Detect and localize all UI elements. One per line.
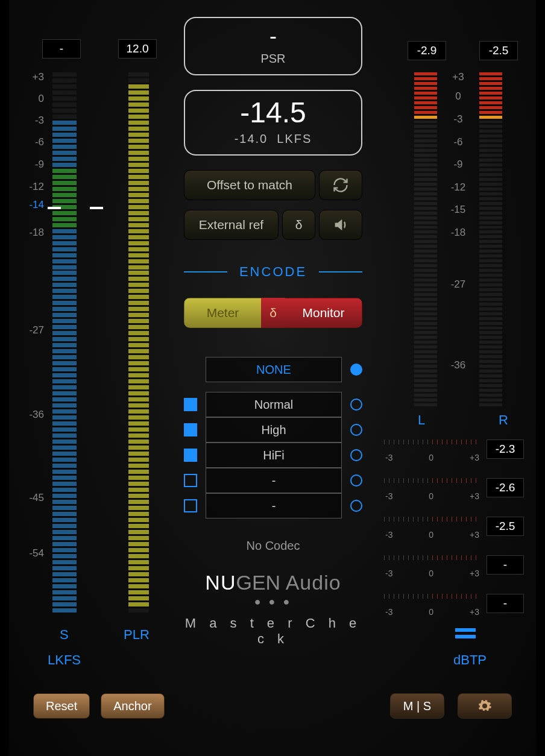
codec-none[interactable]: NONE bbox=[206, 357, 342, 382]
mini-meter-0: -30+3 bbox=[384, 436, 480, 462]
scale-tick: 0 bbox=[446, 90, 470, 102]
mini-value-1[interactable]: -2.6 bbox=[487, 478, 524, 497]
mini-meter-4: -30+3 bbox=[384, 590, 480, 617]
codec-slot-2[interactable]: HiFi bbox=[206, 443, 342, 468]
monitor-audio-button[interactable] bbox=[319, 210, 362, 240]
scale-tick: -45 bbox=[20, 492, 44, 504]
ms-button[interactable]: M | S bbox=[390, 693, 444, 719]
refresh-icon bbox=[332, 177, 349, 194]
svg-rect-1 bbox=[455, 635, 476, 638]
s-label: S bbox=[60, 627, 69, 643]
mini-value-3[interactable]: - bbox=[487, 555, 524, 575]
scale-tick: -36 bbox=[20, 409, 44, 421]
lkfs-value: -14.5 bbox=[185, 97, 361, 128]
dbtp-l-readout[interactable]: -2.9 bbox=[408, 41, 446, 60]
product-name: M a s t e r C h e c k bbox=[184, 616, 362, 647]
codec-slot-4[interactable]: - bbox=[206, 493, 342, 518]
r-label: R bbox=[499, 412, 508, 428]
mini-value-2[interactable]: -2.5 bbox=[487, 517, 524, 536]
dbtp-r-readout[interactable]: -2.5 bbox=[479, 41, 518, 60]
scale-tick: -18 bbox=[20, 227, 44, 239]
codec-select-3[interactable] bbox=[350, 474, 362, 487]
s-meter bbox=[52, 71, 77, 614]
codec-select-4[interactable] bbox=[350, 500, 362, 512]
scale-tick: +3 bbox=[20, 71, 44, 83]
target-marker bbox=[48, 207, 103, 209]
scale-tick: -6 bbox=[446, 136, 470, 148]
mini-meter-1: -30+3 bbox=[384, 474, 480, 501]
dbtp-meter-l bbox=[414, 71, 437, 406]
scale-tick: -15 bbox=[446, 204, 470, 216]
settings-button[interactable] bbox=[458, 693, 512, 719]
anchor-button[interactable]: Anchor bbox=[101, 693, 164, 719]
scale-tick: -18 bbox=[446, 227, 470, 239]
scale-tick: -27 bbox=[20, 324, 44, 336]
scale-tick: -12 bbox=[20, 181, 44, 193]
scale-tick: -27 bbox=[446, 279, 470, 291]
dbtp-meter-r bbox=[479, 71, 502, 406]
codec-enable-1[interactable] bbox=[184, 423, 197, 436]
scale-tick: -3 bbox=[20, 115, 44, 127]
mini-meter-3: -30+3 bbox=[384, 552, 480, 578]
encode-header: ENCODE bbox=[184, 264, 362, 280]
scale-tick: -3 bbox=[446, 113, 470, 125]
psr-value: - bbox=[185, 24, 361, 48]
lkfs-scale: +30-3-6-9-12-14-18-27-36-45-54 bbox=[20, 71, 46, 614]
codec-status: No Codec bbox=[184, 539, 362, 553]
scale-tick: -9 bbox=[20, 159, 44, 171]
svg-rect-0 bbox=[455, 628, 476, 632]
reset-button[interactable]: Reset bbox=[33, 693, 90, 719]
scale-tick: -36 bbox=[446, 359, 470, 371]
encode-delta-toggle[interactable]: δ bbox=[261, 298, 285, 328]
encode-meter-toggle[interactable]: Meter bbox=[184, 298, 261, 328]
codec-select-1[interactable] bbox=[350, 424, 362, 436]
codec-enable-3[interactable] bbox=[184, 474, 197, 487]
codec-enable-2[interactable] bbox=[184, 449, 197, 462]
l-label: L bbox=[418, 412, 425, 428]
scale-tick: 0 bbox=[20, 93, 44, 105]
scale-tick: -6 bbox=[20, 136, 44, 148]
codec-none-radio[interactable] bbox=[350, 364, 362, 376]
plr-label: PLR bbox=[124, 627, 150, 643]
delta-button[interactable]: δ bbox=[282, 210, 315, 240]
codec-slot-3[interactable]: - bbox=[206, 468, 342, 493]
lkfs-label: LKFS bbox=[48, 652, 81, 668]
mini-meter-2: -30+3 bbox=[384, 513, 480, 540]
psr-box[interactable]: - PSR bbox=[184, 17, 362, 75]
dbtp-unit-label: dBTP bbox=[453, 652, 487, 668]
gear-icon bbox=[477, 699, 492, 713]
speaker-icon bbox=[332, 216, 349, 233]
codec-enable-4[interactable] bbox=[184, 499, 197, 512]
page-dots[interactable]: ● ● ● bbox=[184, 596, 362, 608]
lkfs-sublabel: -14.0 LKFS bbox=[185, 132, 361, 146]
plr-readout[interactable]: 12.0 bbox=[118, 39, 157, 58]
refresh-button[interactable] bbox=[319, 170, 362, 200]
codec-select-2[interactable] bbox=[350, 449, 362, 461]
codec-enable-0[interactable] bbox=[184, 398, 197, 411]
external-ref-button[interactable]: External ref bbox=[184, 210, 279, 240]
psr-sublabel: PSR bbox=[185, 52, 361, 66]
plr-meter bbox=[128, 71, 149, 614]
scale-tick: -14 bbox=[20, 199, 44, 211]
codec-slot-0[interactable]: Normal bbox=[206, 392, 342, 417]
mini-value-4[interactable]: - bbox=[487, 594, 524, 613]
offset-to-match-button[interactable]: Offset to match bbox=[184, 170, 315, 200]
brand: NUGEN Audio ● ● ● M a s t e r C h e c k bbox=[184, 571, 362, 647]
codec-slot-1[interactable]: High bbox=[206, 417, 342, 443]
link-channels-icon[interactable] bbox=[455, 627, 476, 643]
scale-tick: -54 bbox=[20, 547, 44, 559]
scale-tick: +3 bbox=[446, 71, 470, 83]
lkfs-box[interactable]: -14.5 -14.0 LKFS bbox=[184, 90, 362, 156]
codec-select-0[interactable] bbox=[350, 398, 362, 411]
scale-tick: -12 bbox=[446, 181, 470, 194]
s-readout[interactable]: - bbox=[42, 39, 81, 58]
encode-monitor-toggle[interactable]: Monitor bbox=[285, 298, 362, 328]
mini-value-0[interactable]: -2.3 bbox=[487, 439, 524, 459]
scale-tick: -9 bbox=[446, 159, 470, 171]
